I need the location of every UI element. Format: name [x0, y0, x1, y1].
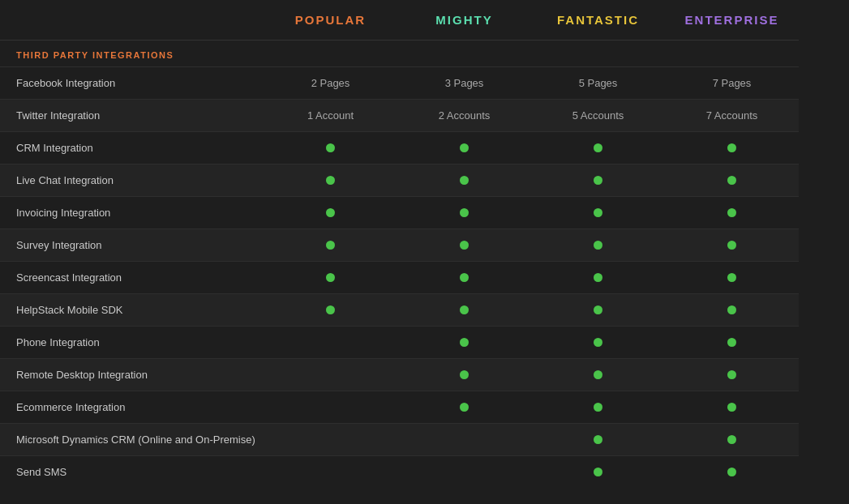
fantastic-cell	[531, 326, 665, 358]
check-dot	[594, 176, 602, 185]
check-dot	[460, 176, 469, 185]
feature-name: HelpStack Mobile SDK	[0, 293, 264, 326]
check-dot	[594, 143, 602, 152]
check-dot	[594, 241, 602, 250]
check-dot	[594, 468, 602, 476]
check-dot	[460, 208, 469, 217]
check-dot	[594, 435, 602, 444]
check-dot	[326, 143, 335, 152]
check-dot	[594, 403, 602, 412]
enterprise-cell	[665, 229, 799, 261]
mighty-cell	[397, 391, 531, 423]
mighty-cell	[397, 293, 531, 326]
fantastic-cell	[531, 164, 665, 196]
popular-cell	[264, 423, 397, 455]
feature-name: Twitter Integration	[0, 99, 264, 131]
popular-cell	[264, 261, 397, 293]
feature-name: Invoicing Integration	[0, 196, 264, 229]
check-dot	[460, 338, 469, 347]
feature-name: Live Chat Integration	[0, 164, 264, 196]
enterprise-cell	[665, 131, 799, 164]
check-dot	[594, 338, 602, 347]
mighty-cell: 2 Accounts	[397, 99, 531, 131]
popular-cell	[264, 196, 397, 229]
fantastic-cell: 5 Pages	[531, 66, 665, 99]
enterprise-cell	[665, 423, 799, 455]
feature-name: Phone Integration	[0, 326, 264, 358]
enterprise-cell	[665, 358, 799, 391]
enterprise-cell	[665, 164, 799, 196]
fantastic-cell	[531, 358, 665, 391]
check-dot	[326, 241, 335, 250]
feature-name: Ecommerce Integration	[0, 391, 264, 423]
check-dot	[460, 403, 469, 412]
check-dot	[727, 176, 736, 185]
enterprise-cell	[665, 326, 799, 358]
enterprise-cell	[665, 455, 799, 488]
check-dot	[727, 208, 736, 217]
feature-name: Send SMS	[0, 455, 264, 488]
enterprise-header: ENTERPRISE	[665, 0, 799, 40]
check-dot	[727, 435, 736, 444]
check-dot	[594, 370, 602, 379]
popular-cell	[264, 326, 397, 358]
popular-cell	[264, 164, 397, 196]
popular-cell	[264, 293, 397, 326]
fantastic-header: FANTASTIC	[531, 0, 665, 40]
feature-name: Remote Desktop Integration	[0, 358, 264, 391]
check-dot	[460, 143, 469, 152]
fantastic-cell	[531, 196, 665, 229]
check-dot	[460, 305, 469, 314]
enterprise-cell	[665, 196, 799, 229]
fantastic-cell: 5 Accounts	[531, 99, 665, 131]
mighty-cell: 3 Pages	[397, 66, 531, 99]
enterprise-cell: 7 Pages	[665, 66, 799, 99]
fantastic-cell	[531, 391, 665, 423]
check-dot	[727, 273, 736, 282]
check-dot	[326, 176, 335, 185]
check-dot	[460, 370, 469, 379]
mighty-cell	[397, 358, 531, 391]
check-dot	[727, 241, 736, 250]
feature-name: Survey Integration	[0, 229, 264, 261]
popular-cell: 2 Pages	[264, 66, 397, 99]
popular-cell	[264, 358, 397, 391]
section-header: THIRD PARTY INTEGRATIONS	[0, 40, 799, 66]
mighty-header: MIGHTY	[397, 0, 531, 40]
mighty-cell	[397, 131, 531, 164]
header-row: POPULAR MIGHTY FANTASTIC ENTERPRISE	[0, 0, 849, 40]
feature-name: Facebook Integration	[0, 66, 264, 99]
popular-cell	[264, 131, 397, 164]
popular-cell: 1 Account	[264, 99, 397, 131]
fantastic-cell	[531, 229, 665, 261]
check-dot	[727, 468, 736, 476]
mighty-cell	[397, 455, 531, 488]
header-empty	[0, 0, 264, 40]
mighty-cell	[397, 261, 531, 293]
check-dot	[460, 273, 469, 282]
enterprise-cell: 7 Accounts	[665, 99, 799, 131]
check-dot	[594, 273, 602, 282]
popular-cell	[264, 229, 397, 261]
feature-name: Microsoft Dynamics CRM (Online and On-Pr…	[0, 423, 264, 455]
check-dot	[727, 143, 736, 152]
check-dot	[326, 273, 335, 282]
feature-name: Screencast Integration	[0, 261, 264, 293]
fantastic-cell	[531, 455, 665, 488]
pricing-table: POPULAR MIGHTY FANTASTIC ENTERPRISE THIR…	[0, 0, 849, 488]
mighty-cell	[397, 229, 531, 261]
feature-name: CRM Integration	[0, 131, 264, 164]
fantastic-cell	[531, 261, 665, 293]
popular-cell	[264, 455, 397, 488]
enterprise-cell	[665, 261, 799, 293]
check-dot	[326, 305, 335, 314]
enterprise-cell	[665, 293, 799, 326]
popular-cell	[264, 391, 397, 423]
check-dot	[594, 305, 602, 314]
enterprise-cell	[665, 391, 799, 423]
fantastic-cell	[531, 423, 665, 455]
popular-header: POPULAR	[264, 0, 397, 40]
fantastic-cell	[531, 131, 665, 164]
check-dot	[727, 370, 736, 379]
check-dot	[460, 241, 469, 250]
